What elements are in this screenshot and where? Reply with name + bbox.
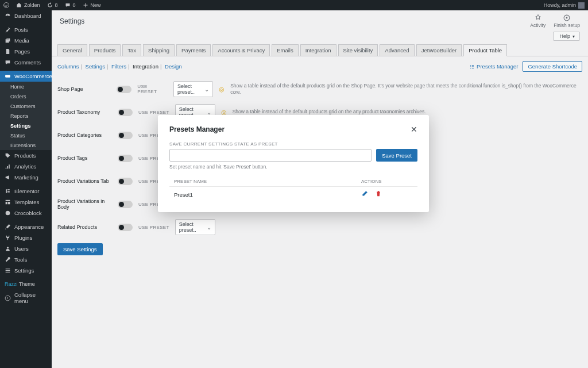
edit-preset-button[interactable] (361, 190, 368, 198)
save-preset-button[interactable]: Save Preset (376, 149, 417, 162)
col-preset-name: PRESET NAME (174, 179, 361, 184)
preset-name: Preset1 (174, 191, 361, 198)
modal-title: Presets Manager (169, 125, 225, 133)
col-actions: ACTIONS (361, 179, 413, 184)
modal-overlay: Presets Manager ✕ SAVE CURRENT SETTINGS … (0, 0, 588, 368)
modal-close-button[interactable]: ✕ (411, 125, 417, 133)
save-as-preset-label: SAVE CURRENT SETTINGS STATE AS PRESET (169, 141, 417, 147)
preset-name-input[interactable] (169, 149, 372, 162)
modal-help-text: Set preset name and hit 'Save Preset' bu… (169, 164, 417, 170)
presets-table-header: PRESET NAME ACTIONS (169, 177, 417, 187)
delete-preset-button[interactable] (375, 190, 382, 198)
presets-manager-modal: Presets Manager ✕ SAVE CURRENT SETTINGS … (158, 115, 429, 212)
preset-row: Preset1 (169, 187, 417, 202)
